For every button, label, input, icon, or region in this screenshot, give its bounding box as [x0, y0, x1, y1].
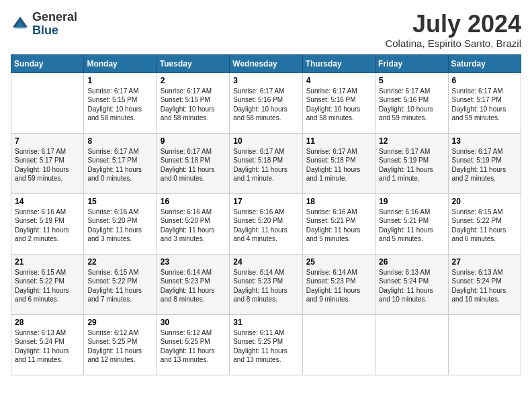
day-number: 19: [379, 197, 444, 206]
month-year: July 2024: [385, 11, 521, 38]
day-number: 23: [161, 257, 226, 267]
weekday-friday: Friday: [375, 54, 448, 73]
day-number: 26: [379, 257, 444, 267]
day-cell: 25Sunrise: 6:14 AMSunset: 5:23 PMDayligh…: [302, 254, 375, 314]
day-info: Sunrise: 6:13 AMSunset: 5:24 PMDaylight:…: [452, 268, 517, 304]
day-number: 27: [452, 257, 517, 267]
day-number: 20: [452, 197, 517, 206]
day-info: Sunrise: 6:13 AMSunset: 5:24 PMDaylight:…: [379, 268, 444, 304]
day-number: 31: [233, 318, 298, 327]
day-cell: 1Sunrise: 6:17 AMSunset: 5:15 PMDaylight…: [84, 73, 157, 133]
day-number: 29: [87, 318, 152, 327]
day-info: Sunrise: 6:12 AMSunset: 5:25 PMDaylight:…: [161, 328, 226, 365]
day-info: Sunrise: 6:12 AMSunset: 5:25 PMDaylight:…: [87, 328, 152, 365]
weekday-saturday: Saturday: [448, 54, 521, 73]
day-cell: 29Sunrise: 6:12 AMSunset: 5:25 PMDayligh…: [84, 314, 157, 375]
day-info: Sunrise: 6:16 AMSunset: 5:20 PMDaylight:…: [87, 208, 152, 244]
location: Colatina, Espirito Santo, Brazil: [385, 38, 521, 49]
day-info: Sunrise: 6:17 AMSunset: 5:17 PMDaylight:…: [452, 87, 517, 123]
day-cell: 11Sunrise: 6:17 AMSunset: 5:18 PMDayligh…: [302, 133, 375, 193]
day-cell: 10Sunrise: 6:17 AMSunset: 5:18 PMDayligh…: [230, 133, 302, 193]
day-info: Sunrise: 6:15 AMSunset: 5:22 PMDaylight:…: [452, 208, 517, 244]
day-info: Sunrise: 6:16 AMSunset: 5:20 PMDaylight:…: [161, 208, 226, 244]
day-cell: 15Sunrise: 6:16 AMSunset: 5:20 PMDayligh…: [84, 193, 157, 254]
day-info: Sunrise: 6:17 AMSunset: 5:16 PMDaylight:…: [379, 87, 444, 123]
day-info: Sunrise: 6:14 AMSunset: 5:23 PMDaylight:…: [306, 268, 371, 304]
day-info: Sunrise: 6:17 AMSunset: 5:17 PMDaylight:…: [15, 147, 80, 183]
day-cell: 23Sunrise: 6:14 AMSunset: 5:23 PMDayligh…: [157, 254, 229, 314]
day-cell: 27Sunrise: 6:13 AMSunset: 5:24 PMDayligh…: [448, 254, 521, 314]
day-info: Sunrise: 6:17 AMSunset: 5:16 PMDaylight:…: [233, 87, 298, 123]
week-row-1: 1Sunrise: 6:17 AMSunset: 5:15 PMDaylight…: [11, 73, 521, 133]
day-cell: [11, 73, 84, 133]
day-info: Sunrise: 6:16 AMSunset: 5:19 PMDaylight:…: [15, 208, 80, 244]
day-info: Sunrise: 6:16 AMSunset: 5:21 PMDaylight:…: [306, 208, 371, 244]
day-number: 10: [233, 136, 298, 146]
day-number: 22: [87, 257, 152, 267]
day-number: 1: [87, 76, 152, 85]
day-info: Sunrise: 6:17 AMSunset: 5:15 PMDaylight:…: [161, 87, 226, 123]
logo-icon: [11, 15, 30, 34]
week-row-2: 7Sunrise: 6:17 AMSunset: 5:17 PMDaylight…: [11, 133, 521, 193]
day-cell: 13Sunrise: 6:17 AMSunset: 5:19 PMDayligh…: [448, 133, 521, 193]
day-number: 12: [379, 136, 444, 146]
day-cell: 22Sunrise: 6:15 AMSunset: 5:22 PMDayligh…: [84, 254, 157, 314]
day-number: 25: [306, 257, 371, 267]
weekday-thursday: Thursday: [302, 54, 375, 73]
day-cell: [375, 314, 448, 375]
day-number: 11: [306, 136, 371, 146]
day-number: 15: [87, 197, 152, 206]
day-cell: 5Sunrise: 6:17 AMSunset: 5:16 PMDaylight…: [375, 73, 448, 133]
day-cell: 30Sunrise: 6:12 AMSunset: 5:25 PMDayligh…: [157, 314, 229, 375]
day-cell: 18Sunrise: 6:16 AMSunset: 5:21 PMDayligh…: [302, 193, 375, 254]
day-info: Sunrise: 6:17 AMSunset: 5:18 PMDaylight:…: [161, 147, 226, 183]
day-info: Sunrise: 6:16 AMSunset: 5:21 PMDaylight:…: [379, 208, 444, 244]
day-number: 28: [15, 318, 80, 327]
day-cell: 31Sunrise: 6:11 AMSunset: 5:25 PMDayligh…: [230, 314, 302, 375]
day-cell: 12Sunrise: 6:17 AMSunset: 5:19 PMDayligh…: [375, 133, 448, 193]
title-block: July 2024 Colatina, Espirito Santo, Braz…: [385, 11, 521, 49]
day-cell: 21Sunrise: 6:15 AMSunset: 5:22 PMDayligh…: [11, 254, 84, 314]
day-cell: 4Sunrise: 6:17 AMSunset: 5:16 PMDaylight…: [302, 73, 375, 133]
weekday-header-row: SundayMondayTuesdayWednesdayThursdayFrid…: [11, 54, 521, 73]
day-info: Sunrise: 6:17 AMSunset: 5:17 PMDaylight:…: [87, 147, 152, 183]
day-number: 14: [15, 197, 80, 206]
weekday-sunday: Sunday: [11, 54, 84, 73]
day-number: 24: [233, 257, 298, 267]
day-number: 4: [306, 76, 371, 85]
day-cell: 9Sunrise: 6:17 AMSunset: 5:18 PMDaylight…: [157, 133, 229, 193]
day-number: 30: [161, 318, 226, 327]
day-number: 18: [306, 197, 371, 206]
day-number: 8: [87, 136, 152, 146]
day-number: 7: [15, 136, 80, 146]
day-info: Sunrise: 6:15 AMSunset: 5:22 PMDaylight:…: [87, 268, 152, 304]
day-number: 16: [161, 197, 226, 206]
day-number: 13: [452, 136, 517, 146]
weekday-tuesday: Tuesday: [157, 54, 229, 73]
day-number: 5: [379, 76, 444, 85]
day-info: Sunrise: 6:16 AMSunset: 5:20 PMDaylight:…: [233, 208, 298, 244]
day-cell: 28Sunrise: 6:13 AMSunset: 5:24 PMDayligh…: [11, 314, 84, 375]
week-row-3: 14Sunrise: 6:16 AMSunset: 5:19 PMDayligh…: [11, 193, 521, 254]
weekday-wednesday: Wednesday: [230, 54, 302, 73]
day-info: Sunrise: 6:15 AMSunset: 5:22 PMDaylight:…: [15, 268, 80, 304]
day-cell: 20Sunrise: 6:15 AMSunset: 5:22 PMDayligh…: [448, 193, 521, 254]
calendar-body: 1Sunrise: 6:17 AMSunset: 5:15 PMDaylight…: [11, 73, 521, 375]
day-cell: 7Sunrise: 6:17 AMSunset: 5:17 PMDaylight…: [11, 133, 84, 193]
day-info: Sunrise: 6:17 AMSunset: 5:18 PMDaylight:…: [306, 147, 371, 183]
day-cell: 17Sunrise: 6:16 AMSunset: 5:20 PMDayligh…: [230, 193, 302, 254]
day-cell: 8Sunrise: 6:17 AMSunset: 5:17 PMDaylight…: [84, 133, 157, 193]
calendar-table: SundayMondayTuesdayWednesdayThursdayFrid…: [11, 54, 521, 375]
day-cell: [302, 314, 375, 375]
logo-blue-text: Blue: [32, 24, 58, 37]
day-info: Sunrise: 6:14 AMSunset: 5:23 PMDaylight:…: [161, 268, 226, 304]
day-number: 2: [161, 76, 226, 85]
day-info: Sunrise: 6:11 AMSunset: 5:25 PMDaylight:…: [233, 328, 298, 365]
day-info: Sunrise: 6:13 AMSunset: 5:24 PMDaylight:…: [15, 328, 80, 365]
week-row-4: 21Sunrise: 6:15 AMSunset: 5:22 PMDayligh…: [11, 254, 521, 314]
day-number: 17: [233, 197, 298, 206]
day-cell: 14Sunrise: 6:16 AMSunset: 5:19 PMDayligh…: [11, 193, 84, 254]
day-cell: 3Sunrise: 6:17 AMSunset: 5:16 PMDaylight…: [230, 73, 302, 133]
day-cell: 19Sunrise: 6:16 AMSunset: 5:21 PMDayligh…: [375, 193, 448, 254]
day-info: Sunrise: 6:17 AMSunset: 5:19 PMDaylight:…: [452, 147, 517, 183]
